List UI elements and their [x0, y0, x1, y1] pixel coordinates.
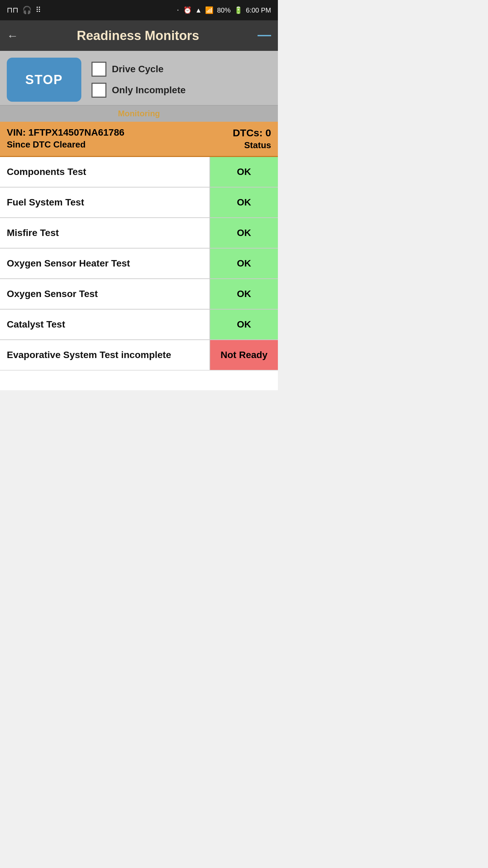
monitor-name-cell: Catalyst Test [0, 310, 210, 339]
status-bar-left-icons: ⊓⊓ 🎧 ⠿ [7, 6, 41, 15]
controls-area: STOP Drive Cycle Only Incomplete [0, 51, 278, 105]
monitor-status-cell: OK [210, 218, 278, 248]
bluetooth-icon: ⬝ [176, 6, 180, 14]
table-row: Catalyst TestOK [0, 310, 278, 340]
battery-icon: 🔋 [234, 6, 243, 14]
monitor-name-cell: Fuel System Test [0, 188, 210, 217]
drive-cycle-checkbox[interactable] [92, 62, 106, 77]
signal-icon: 📶 [205, 6, 214, 14]
vin-area: VIN: 1FTPX14507NA61786 Since DTC Cleared… [0, 122, 278, 157]
vin-number: VIN: 1FTPX14507NA61786 [7, 127, 124, 138]
voicemail-icon: ⊓⊓ [7, 6, 18, 15]
since-dtc-cleared: Since DTC Cleared [7, 139, 124, 150]
monitoring-status-bar: Monitoring [0, 105, 278, 122]
monitoring-label: Monitoring [118, 109, 160, 118]
status-bar-right-icons: ⬝ ⏰ ▲ 📶 80% 🔋 6:00 PM [176, 6, 271, 14]
table-row: Components TestOK [0, 157, 278, 188]
monitor-status-cell: OK [210, 249, 278, 278]
drive-cycle-row: Drive Cycle [92, 62, 186, 77]
dtcs-count: DTCs: 0 [233, 127, 271, 139]
monitor-name-cell: Components Test [0, 157, 210, 187]
bottom-padding [0, 370, 278, 390]
checkboxes-area: Drive Cycle Only Incomplete [92, 62, 186, 98]
table-row: Oxygen Sensor TestOK [0, 279, 278, 310]
monitor-status-cell: OK [210, 279, 278, 309]
headset-icon: 🎧 [22, 6, 32, 15]
only-incomplete-row: Only Incomplete [92, 83, 186, 98]
status-bar: ⊓⊓ 🎧 ⠿ ⬝ ⏰ ▲ 📶 80% 🔋 6:00 PM [0, 0, 278, 20]
table-row: Oxygen Sensor Heater TestOK [0, 249, 278, 279]
battery-text: 80% [217, 6, 230, 14]
monitor-name-cell: Oxygen Sensor Heater Test [0, 249, 210, 278]
status-column-header: Status [244, 140, 271, 151]
app-header: ← Readiness Monitors [0, 20, 278, 51]
monitor-status-cell: OK [210, 310, 278, 339]
table-row: Evaporative System Test incompleteNot Re… [0, 340, 278, 370]
apps-icon: ⠿ [36, 6, 41, 15]
vin-right: DTCs: 0 Status [233, 127, 271, 151]
drive-cycle-label: Drive Cycle [112, 64, 164, 75]
table-row: Fuel System TestOK [0, 188, 278, 218]
monitor-status-cell: OK [210, 157, 278, 187]
monitor-name-cell: Evaporative System Test incomplete [0, 340, 210, 370]
menu-icon[interactable] [258, 35, 271, 36]
wifi-icon: ▲ [195, 6, 202, 14]
monitor-name-cell: Oxygen Sensor Test [0, 279, 210, 309]
alarm-icon: ⏰ [183, 6, 192, 14]
back-button[interactable]: ← [7, 29, 18, 42]
monitor-table: Components TestOKFuel System TestOKMisfi… [0, 157, 278, 370]
monitor-status-cell: Not Ready [210, 340, 278, 370]
time-display: 6:00 PM [246, 6, 271, 14]
monitor-name-cell: Misfire Test [0, 218, 210, 248]
monitor-status-cell: OK [210, 188, 278, 217]
only-incomplete-checkbox[interactable] [92, 83, 106, 98]
page-title: Readiness Monitors [18, 28, 258, 43]
stop-button[interactable]: STOP [7, 58, 81, 102]
table-row: Misfire TestOK [0, 218, 278, 249]
only-incomplete-label: Only Incomplete [112, 85, 186, 96]
vin-left: VIN: 1FTPX14507NA61786 Since DTC Cleared [7, 127, 124, 150]
